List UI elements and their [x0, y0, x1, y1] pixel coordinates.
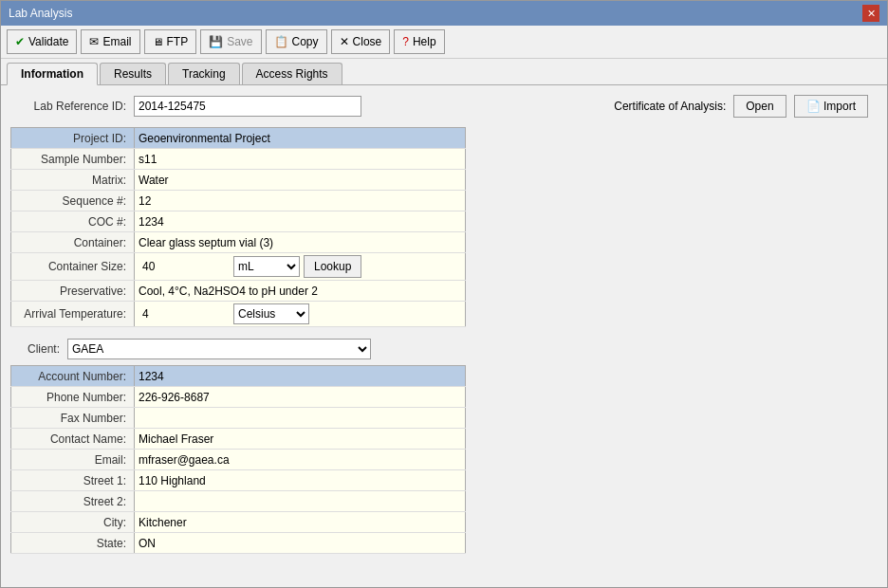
- client-field-label-1: Phone Number:: [11, 387, 135, 408]
- help-icon: ?: [402, 35, 409, 48]
- client-field-value-5: 110 Highland: [135, 470, 466, 491]
- client-table: Account Number:1234Phone Number:226-926-…: [10, 365, 466, 554]
- sample-field-label-4: COC #:: [11, 211, 135, 232]
- sample-field-value-3: 12: [135, 191, 466, 211]
- sample-field-label-0: Project ID:: [11, 128, 135, 149]
- sample-field-value-6: mLLozLookup: [135, 253, 466, 281]
- main-window: Lab Analysis ✕ ✔ Validate ✉ Email 🖥 FTP …: [0, 0, 888, 588]
- email-button[interactable]: ✉ Email: [81, 29, 139, 54]
- email-icon: ✉: [89, 35, 99, 48]
- container-size-input[interactable]: [139, 257, 233, 276]
- save-icon: 💾: [209, 35, 223, 48]
- ftp-icon: 🖥: [153, 36, 163, 47]
- sample-field-label-7: Preservative:: [11, 281, 135, 302]
- client-field-label-2: Fax Number:: [11, 408, 135, 429]
- sample-field-label-1: Sample Number:: [11, 149, 135, 170]
- close-button[interactable]: ✕ Close: [331, 29, 391, 54]
- client-label: Client:: [10, 342, 67, 356]
- close-icon: ✕: [340, 35, 349, 48]
- window-close-button[interactable]: ✕: [862, 5, 879, 22]
- import-certificate-button[interactable]: 📄 Import: [794, 95, 868, 118]
- sample-table: Project ID:Geoenvironmental ProjectSampl…: [10, 127, 466, 327]
- sample-field-value-4: 1234: [135, 211, 466, 232]
- validate-button[interactable]: ✔ Validate: [7, 29, 77, 54]
- sample-field-value-0: Geoenvironmental Project: [135, 128, 466, 149]
- lab-ref-label: Lab Reference ID:: [10, 100, 134, 113]
- client-row: Client: GAEA: [10, 339, 878, 359]
- client-select[interactable]: GAEA: [67, 339, 371, 359]
- open-certificate-button[interactable]: Open: [733, 95, 786, 118]
- tab-tracking[interactable]: Tracking: [168, 63, 240, 84]
- sample-field-value-7: Cool, 4°C, Na2HSO4 to pH under 2: [135, 281, 466, 302]
- temperature-unit-select[interactable]: CelsiusFahrenheit: [233, 303, 309, 324]
- client-field-label-6: Street 2:: [11, 491, 135, 512]
- client-field-value-8: ON: [135, 533, 466, 554]
- validate-icon: ✔: [15, 35, 25, 48]
- sample-field-label-3: Sequence #:: [11, 191, 135, 211]
- lookup-button[interactable]: Lookup: [304, 255, 361, 278]
- window-title: Lab Analysis: [9, 7, 72, 20]
- sample-field-value-2: Water: [135, 170, 466, 191]
- sample-field-label-2: Matrix:: [11, 170, 135, 191]
- help-button[interactable]: ? Help: [394, 29, 444, 54]
- client-field-value-2: [135, 408, 466, 429]
- toolbar: ✔ Validate ✉ Email 🖥 FTP 💾 Save 📋 Copy ✕…: [1, 26, 887, 59]
- client-field-value-6: [135, 491, 466, 512]
- tabs: Information Results Tracking Access Righ…: [1, 59, 887, 85]
- client-field-value-3: Michael Fraser: [135, 429, 466, 450]
- client-field-value-7: Kitchener: [135, 512, 466, 533]
- client-field-label-4: Email:: [11, 450, 135, 470]
- client-field-label-8: State:: [11, 533, 135, 554]
- client-field-value-0: 1234: [135, 366, 466, 387]
- sample-field-value-8: CelsiusFahrenheit: [135, 302, 466, 327]
- sample-field-value-5: Clear glass septum vial (3): [135, 232, 466, 253]
- tab-access-rights[interactable]: Access Rights: [242, 63, 342, 84]
- certificate-label: Certificate of Analysis:: [614, 100, 726, 113]
- tab-results[interactable]: Results: [100, 63, 166, 84]
- sample-field-label-8: Arrival Temperature:: [11, 302, 135, 327]
- sample-field-label-6: Container Size:: [11, 253, 135, 281]
- copy-button[interactable]: 📋 Copy: [266, 29, 327, 54]
- title-bar: Lab Analysis ✕: [1, 1, 887, 26]
- sample-field-value-1: s11: [135, 149, 466, 170]
- client-field-label-3: Contact Name:: [11, 429, 135, 450]
- volume-unit-select[interactable]: mLLoz: [233, 256, 300, 277]
- temperature-input[interactable]: [139, 304, 233, 323]
- copy-icon: 📋: [274, 35, 288, 48]
- sample-field-label-5: Container:: [11, 232, 135, 253]
- tab-information[interactable]: Information: [7, 63, 98, 85]
- client-field-value-1: 226-926-8687: [135, 387, 466, 408]
- tab-content: Lab Reference ID: Certificate of Analysi…: [1, 85, 887, 587]
- ftp-button[interactable]: 🖥 FTP: [144, 29, 197, 54]
- client-field-value-4: mfraser@gaea.ca: [135, 450, 466, 470]
- import-icon: 📄: [806, 100, 821, 113]
- lab-ref-input[interactable]: [134, 96, 361, 117]
- client-field-label-7: City:: [11, 512, 135, 533]
- save-button[interactable]: 💾 Save: [200, 29, 261, 54]
- client-field-label-0: Account Number:: [11, 366, 135, 387]
- client-field-label-5: Street 1:: [11, 470, 135, 491]
